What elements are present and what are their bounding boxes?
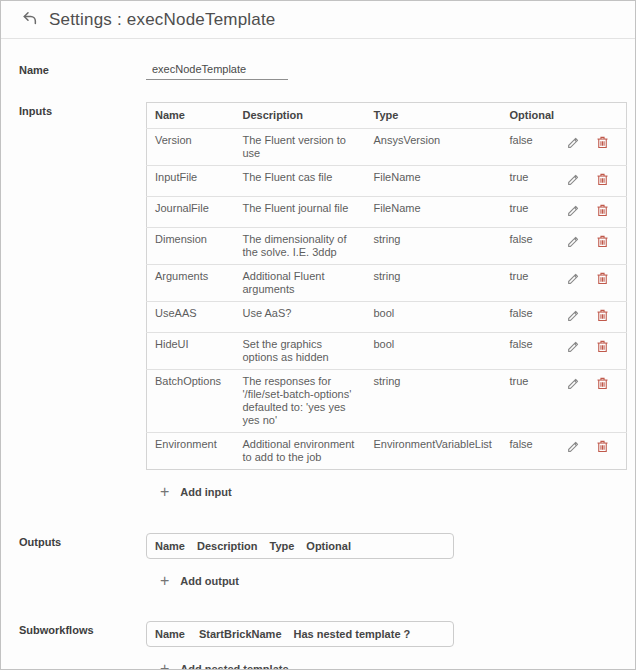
add-nested-template-button[interactable]: + Add nested template: [158, 660, 291, 670]
edit-button[interactable]: [565, 202, 582, 222]
cell-type: FileName: [366, 166, 502, 197]
subworkflows-label: Subworkflows: [1, 621, 146, 636]
cell-description: The Fluent journal file: [235, 197, 366, 228]
cell-description: Set the graphics options as hidden: [235, 333, 366, 370]
cell-name: Dimension: [147, 228, 235, 265]
trash-icon: [595, 379, 610, 394]
cell-type: bool: [366, 333, 502, 370]
pencil-icon: [566, 175, 581, 190]
column-header-type: Type: [269, 540, 294, 552]
cell-name: HideUI: [147, 333, 235, 370]
delete-button[interactable]: [594, 171, 611, 191]
outputs-label: Outputs: [1, 533, 146, 548]
cell-description: Use AaS?: [235, 302, 366, 333]
cell-type: string: [366, 228, 502, 265]
cell-optional: false: [502, 333, 557, 370]
plus-icon: +: [160, 485, 169, 499]
add-input-label: Add input: [180, 486, 231, 498]
delete-button[interactable]: [594, 375, 611, 395]
pencil-icon: [566, 442, 581, 457]
pencil-icon: [566, 274, 581, 289]
cell-optional: true: [502, 265, 557, 302]
column-header-name: Name: [155, 628, 185, 640]
trash-icon: [595, 237, 610, 252]
inputs-label: Inputs: [1, 102, 146, 117]
inputs-table-header: Name Description Type Optional: [147, 103, 627, 129]
column-header-actions: [557, 103, 627, 129]
trash-icon: [595, 311, 610, 326]
outputs-section: Outputs Name Description Type Optional: [1, 533, 635, 559]
delete-button[interactable]: [594, 307, 611, 327]
back-button[interactable]: [18, 9, 40, 31]
add-output-label: Add output: [180, 575, 239, 587]
edit-button[interactable]: [565, 307, 582, 327]
column-header-name: Name: [147, 103, 235, 129]
pencil-icon: [566, 311, 581, 326]
subworkflows-section: Subworkflows Name StartBrickName Has nes…: [1, 621, 635, 647]
table-row: InputFile The Fluent cas file FileName t…: [147, 166, 627, 197]
trash-icon: [595, 206, 610, 221]
trash-icon: [595, 274, 610, 289]
add-nested-template-label: Add nested template: [180, 663, 288, 670]
delete-button[interactable]: [594, 134, 611, 154]
delete-button[interactable]: [594, 270, 611, 290]
delete-button[interactable]: [594, 438, 611, 458]
cell-description: The Fluent cas file: [235, 166, 366, 197]
cell-name: Arguments: [147, 265, 235, 302]
edit-button[interactable]: [565, 134, 582, 154]
table-row: BatchOptions The responses for '/file/se…: [147, 370, 627, 433]
delete-button[interactable]: [594, 338, 611, 358]
table-row: UseAAS Use AaS? bool false: [147, 302, 627, 333]
cell-optional: false: [502, 129, 557, 166]
edit-button[interactable]: [565, 270, 582, 290]
inputs-table: Name Description Type Optional Version T…: [146, 102, 627, 470]
cell-optional: false: [502, 228, 557, 265]
edit-button[interactable]: [565, 375, 582, 395]
column-header-optional: Optional: [306, 540, 351, 552]
plus-icon: +: [160, 574, 169, 588]
edit-button[interactable]: [565, 438, 582, 458]
cell-description: The dimensionality of the solve. I.E. 3d…: [235, 228, 366, 265]
cell-description: The Fluent version to use: [235, 129, 366, 166]
inputs-section: Inputs Name Description Type Optional Ve…: [1, 102, 635, 470]
cell-description: The responses for '/file/set-batch-optio…: [235, 370, 366, 433]
cell-type: AnsysVersion: [366, 129, 502, 166]
table-row: Environment Additional environment to ad…: [147, 433, 627, 470]
cell-optional: false: [502, 302, 557, 333]
table-row: HideUI Set the graphics options as hidde…: [147, 333, 627, 370]
cell-name: Environment: [147, 433, 235, 470]
name-label: Name: [1, 61, 146, 76]
edit-button[interactable]: [565, 338, 582, 358]
edit-button[interactable]: [565, 171, 582, 191]
column-header-optional: Optional: [502, 103, 557, 129]
delete-button[interactable]: [594, 233, 611, 253]
pencil-icon: [566, 237, 581, 252]
cell-name: InputFile: [147, 166, 235, 197]
pencil-icon: [566, 342, 581, 357]
table-row: JournalFile The Fluent journal file File…: [147, 197, 627, 228]
column-header-description: Description: [235, 103, 366, 129]
cell-optional: false: [502, 433, 557, 470]
delete-button[interactable]: [594, 202, 611, 222]
add-input-button[interactable]: + Add input: [158, 483, 234, 501]
settings-header: Settings : execNodeTemplate: [1, 1, 635, 39]
pencil-icon: [566, 138, 581, 153]
add-output-button[interactable]: + Add output: [158, 572, 241, 590]
back-arrow-icon: [21, 10, 38, 30]
cell-type: string: [366, 370, 502, 433]
cell-type: bool: [366, 302, 502, 333]
settings-panel: Settings : execNodeTemplate Name Inputs …: [0, 0, 636, 670]
cell-type: FileName: [366, 197, 502, 228]
plus-icon: +: [160, 662, 169, 670]
edit-button[interactable]: [565, 233, 582, 253]
cell-description: Additional environment to add to the job: [235, 433, 366, 470]
cell-name: Version: [147, 129, 235, 166]
table-row: Dimension The dimensionality of the solv…: [147, 228, 627, 265]
cell-optional: true: [502, 197, 557, 228]
trash-icon: [595, 138, 610, 153]
page-title: Settings : execNodeTemplate: [49, 10, 276, 30]
cell-type: string: [366, 265, 502, 302]
name-input[interactable]: [146, 61, 288, 80]
pencil-icon: [566, 379, 581, 394]
cell-name: JournalFile: [147, 197, 235, 228]
